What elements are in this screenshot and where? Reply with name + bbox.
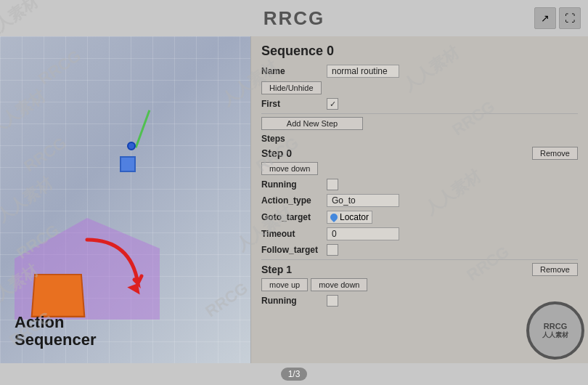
step-0-timeout-row: Timeout 0: [261, 227, 578, 240]
logo-rrcg: RRCG: [542, 322, 568, 331]
first-checkbox[interactable]: [327, 98, 338, 110]
step-1-title: Step 1: [261, 264, 292, 275]
logo-text: RRCG 人人素材: [542, 322, 568, 339]
red-arrow: [73, 232, 160, 305]
step-0-timeout-value: 0: [327, 227, 399, 240]
step-0-goto-target-value: Locator: [327, 211, 372, 224]
step-1-remove-button[interactable]: Remove: [532, 263, 578, 276]
first-label: First: [261, 99, 327, 109]
step-1-running-label: Running: [261, 296, 327, 306]
action-line2: Sequencer: [15, 331, 97, 349]
name-value: normal routine: [327, 65, 399, 78]
action-sequencer-text: Action Sequencer: [15, 314, 97, 349]
logo-chinese: 人人素材: [542, 331, 568, 339]
step-1-move-row: move up move down: [261, 278, 578, 291]
hide-unhide-row: Hide/Unhide: [261, 81, 578, 94]
share-button[interactable]: ↗: [534, 7, 556, 29]
rrcg-logo: RRCG 人人素材: [526, 301, 584, 360]
step-0-goto-target-label: Goto_target: [261, 212, 327, 222]
pagination-badge: 1/3: [281, 368, 308, 381]
step-0-goto-target-row: Goto_target Locator: [261, 211, 578, 224]
step-0-follow-target-row: Follow_target: [261, 244, 578, 256]
name-row: Name normal routine: [261, 65, 578, 78]
logo-area: RRCG 人人素材: [494, 291, 588, 363]
blue-dot: [127, 142, 136, 150]
divider-1: [261, 113, 578, 114]
action-line1: Action: [15, 314, 97, 331]
step-0-follow-target-label: Follow_target: [261, 245, 327, 255]
step-0-timeout-label: Timeout: [261, 229, 327, 239]
top-bar: RRCG ↗ ⛶: [0, 0, 588, 36]
hide-unhide-button[interactable]: Hide/Unhide: [261, 81, 322, 94]
fullscreen-button[interactable]: ⛶: [559, 7, 581, 29]
step-0-header: Step 0 Remove: [261, 147, 578, 160]
step-0-title: Step 0: [261, 147, 292, 159]
step-0-remove-button[interactable]: Remove: [532, 147, 578, 160]
share-icon: ↗: [541, 12, 550, 24]
step-0-follow-target-checkbox[interactable]: [327, 244, 338, 256]
divider-2: [261, 259, 578, 260]
step-0-running-checkbox[interactable]: [327, 179, 338, 190]
step-1-move-up-button[interactable]: move up: [261, 278, 308, 291]
name-label: Name: [261, 66, 327, 76]
top-icons: ↗ ⛶: [534, 7, 581, 29]
app-title: RRCG: [264, 7, 325, 30]
add-new-step-button[interactable]: Add New Step: [261, 117, 363, 130]
step-0-action-type-row: Action_type Go_to: [261, 194, 578, 207]
viewport: Action Sequencer: [0, 36, 250, 363]
step-0-move-row: move down: [261, 162, 578, 175]
steps-label: Steps: [261, 134, 578, 144]
add-step-row: Add New Step: [261, 117, 578, 130]
locator-icon: [329, 212, 339, 222]
step-1-move-down-button[interactable]: move down: [311, 278, 367, 291]
step-1-running-checkbox[interactable]: [327, 295, 338, 307]
bottom-bar: 1/3: [0, 363, 588, 385]
step-0-running-label: Running: [261, 179, 327, 190]
sequence-title: Sequence 0: [261, 44, 578, 59]
step-1-header: Step 1 Remove: [261, 263, 578, 276]
step-0-action-type-value: Go_to: [327, 194, 399, 207]
step-0-container: Step 0 Remove move down Running Action_t…: [261, 147, 578, 256]
step-0-action-type-label: Action_type: [261, 195, 327, 206]
step-0-move-down-button[interactable]: move down: [261, 162, 318, 175]
fullscreen-icon: ⛶: [565, 12, 575, 24]
locator-text: Locator: [340, 212, 369, 222]
first-row: First: [261, 98, 578, 110]
blue-square: [120, 156, 136, 172]
step-0-running-row: Running: [261, 179, 578, 190]
